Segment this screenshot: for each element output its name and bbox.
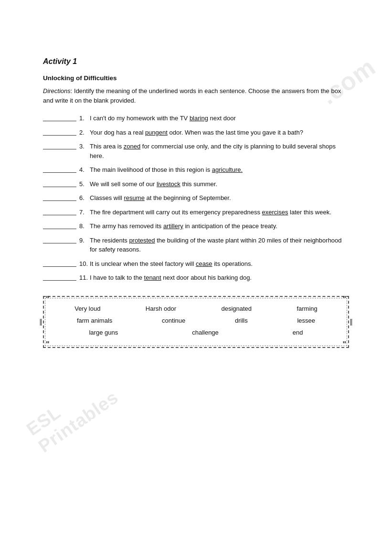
answer-word: Very loud xyxy=(71,304,104,313)
question-item: 8. The army has removed its artillery in… xyxy=(43,221,349,231)
question-list: 1. I can't do my homework with the TV bl… xyxy=(43,114,349,283)
answer-word: farming xyxy=(293,304,321,313)
q-text: The main livelihood of those in this reg… xyxy=(90,165,349,175)
question-item: 3. This area is zoned for commercial use… xyxy=(43,142,349,160)
answer-blank xyxy=(43,236,76,243)
q-num: 5. xyxy=(79,179,88,189)
answer-word: farm animals xyxy=(73,316,116,325)
answer-word: designated xyxy=(217,304,255,313)
q-text: Classes will resume at the beginning of … xyxy=(90,193,349,203)
underlined-word: agriculture. xyxy=(212,166,243,173)
answer-word: large guns xyxy=(85,328,122,337)
q-text: We will sell some of our livestock this … xyxy=(90,179,349,189)
answer-blank xyxy=(43,142,76,149)
question-item: 4. The main livelihood of those in this … xyxy=(43,165,349,175)
answer-blank xyxy=(43,208,76,215)
q-text: The residents protested the building of … xyxy=(90,236,349,254)
answer-word: continue xyxy=(158,316,189,325)
q-text: It is unclear when the steel factory wil… xyxy=(90,259,349,269)
underlined-word: zoned xyxy=(124,143,140,150)
directions-text: : Identify the meaning of the underlined… xyxy=(43,87,341,104)
answer-word: end xyxy=(289,328,307,337)
answer-blank xyxy=(43,259,76,267)
directions-label: Directions xyxy=(43,87,71,95)
corner-decoration-tr: " xyxy=(342,295,346,304)
q-text: I can't do my homework with the TV blari… xyxy=(90,114,349,123)
side-decoration-left: ‖ xyxy=(39,318,42,326)
question-item: 9. The residents protested the building … xyxy=(43,236,349,254)
q-num: 11. xyxy=(79,273,88,283)
answer-word: drills xyxy=(231,316,252,325)
q-num: 1. xyxy=(79,114,88,123)
corner-decoration-bl: " xyxy=(46,340,50,349)
answer-blank xyxy=(43,193,76,201)
question-item: 6. Classes will resume at the beginning … xyxy=(43,193,349,203)
esl-watermark: ESLPrintables xyxy=(23,370,122,457)
q-num: 10. xyxy=(79,259,88,269)
q-text: The fire department will carry out its e… xyxy=(90,208,349,217)
page: ESLPrintables .com Activity 1 Unlocking … xyxy=(0,0,392,558)
q-num: 8. xyxy=(79,221,88,231)
activity-title: Activity 1 xyxy=(43,57,349,66)
answer-blank xyxy=(43,273,76,281)
answer-box: " " " " ‖ ‖ Very loud Harsh odor designa… xyxy=(43,296,349,348)
underlined-word: artillery xyxy=(163,222,183,230)
question-item: 5. We will sell some of our livestock th… xyxy=(43,179,349,189)
directions: Directions: Identify the meaning of the … xyxy=(43,86,349,105)
underlined-word: blaring xyxy=(190,115,208,122)
underlined-word: livestock xyxy=(157,180,180,188)
question-item: 11. I have to talk to the tenant next do… xyxy=(43,273,349,283)
answer-box-inner: Very loud Harsh odor designated farming … xyxy=(45,298,347,346)
answer-box-outer: " " " " ‖ ‖ Very loud Harsh odor designa… xyxy=(43,296,349,348)
corner-decoration-tl: " xyxy=(46,295,50,304)
answer-blank xyxy=(43,179,76,187)
answer-word: Harsh odor xyxy=(142,304,180,313)
section-title: Unlocking of Difficulties xyxy=(43,74,349,82)
q-num: 6. xyxy=(79,193,88,203)
answer-blank xyxy=(43,221,76,229)
answer-word: challenge xyxy=(188,328,222,337)
question-item: 10. It is unclear when the steel factory… xyxy=(43,259,349,269)
q-num: 2. xyxy=(79,128,88,137)
question-item: 1. I can't do my homework with the TV bl… xyxy=(43,114,349,123)
answer-blank xyxy=(43,128,76,136)
answer-row-2: farm animals continue drills lessee xyxy=(53,316,339,325)
q-text: This area is zoned for commercial use on… xyxy=(90,142,349,160)
q-num: 9. xyxy=(79,236,88,245)
q-num: 4. xyxy=(79,165,88,175)
underlined-word: protested xyxy=(129,237,155,244)
q-text: Your dog has a real pungent odor. When w… xyxy=(90,128,349,137)
underlined-word: cease xyxy=(196,260,212,267)
question-item: 2. Your dog has a real pungent odor. Whe… xyxy=(43,128,349,137)
answer-blank xyxy=(43,165,76,173)
answer-row-3: large guns challenge end xyxy=(53,328,339,337)
underlined-word: pungent xyxy=(145,129,168,136)
underlined-word: exercises xyxy=(262,209,288,216)
q-text: I have to talk to the tenant next door a… xyxy=(90,273,349,283)
underlined-word: resume xyxy=(124,194,145,201)
side-decoration-right: ‖ xyxy=(350,318,353,326)
answer-word: lessee xyxy=(293,316,319,325)
answer-blank xyxy=(43,114,76,121)
q-num: 7. xyxy=(79,208,88,217)
question-item: 7. The fire department will carry out it… xyxy=(43,208,349,217)
corner-decoration-br: " xyxy=(342,340,346,349)
answer-row-1: Very loud Harsh odor designated farming xyxy=(53,304,339,313)
q-text: The army has removed its artillery in an… xyxy=(90,221,349,231)
underlined-word: tenant xyxy=(144,274,161,281)
q-num: 3. xyxy=(79,142,88,151)
